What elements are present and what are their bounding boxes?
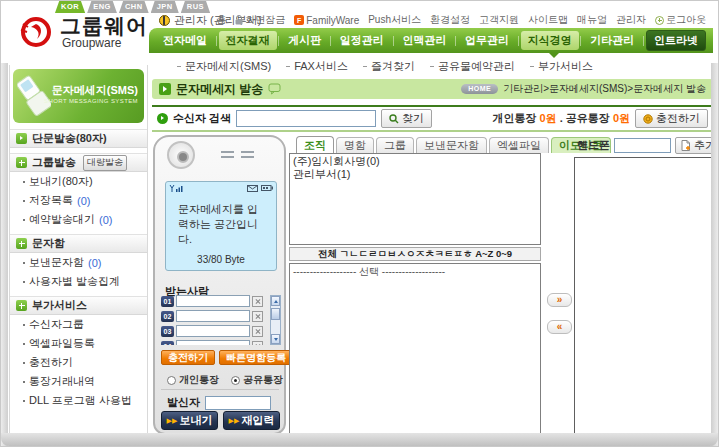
link-familyware[interactable]: F FamilyWare <box>294 15 359 26</box>
move-left-button[interactable]: « <box>547 320 572 334</box>
lang-tab-kor[interactable]: KOR <box>55 1 85 13</box>
logo-title: 그룹웨어 <box>60 15 148 37</box>
sidebar-item-account-history[interactable]: 통장거래내역 <box>10 372 147 391</box>
lang-tab-rus[interactable]: RUS <box>181 1 210 13</box>
recipient-input-02[interactable] <box>176 310 250 322</box>
clear-row-icon[interactable] <box>252 296 263 307</box>
lang-tab-jpn[interactable]: JPN <box>151 1 179 13</box>
link-screen-lock[interactable]: 화면잠금 <box>235 13 285 27</box>
send-button[interactable]: ▶▶ 보내기 <box>161 411 218 430</box>
message-input-area[interactable]: 문자메세지를 입력하는 공간입니다. <box>178 202 268 247</box>
sidebar-section-extra-services[interactable]: 부가서비스 <box>10 296 147 315</box>
sidebar-item-excel-upload[interactable]: 엑셀파일등록 <box>10 334 147 353</box>
recipient-search-label: 수신자 검색 <box>173 111 231 126</box>
tab-group[interactable]: 그룹 <box>376 137 414 153</box>
sidebar-section-message-box[interactable]: 문자함 <box>10 234 147 253</box>
transfer-buttons: » « <box>547 293 572 334</box>
clear-row-icon[interactable] <box>252 326 263 337</box>
manual-phone-row: 핸드폰 추가 <box>577 137 719 154</box>
sidebar-item-send[interactable]: 보내기(80자) <box>10 172 147 191</box>
home-badge[interactable]: HOME <box>461 84 498 94</box>
nav-knowledge[interactable]: 지식경영 <box>521 31 579 50</box>
nav-email[interactable]: 전자메일 <box>156 31 214 50</box>
select-placeholder-option[interactable]: ------------------- 선택 -----------------… <box>293 265 537 279</box>
nav-separator <box>278 36 279 46</box>
move-right-button[interactable]: » <box>547 293 572 307</box>
bulk-send-button[interactable]: 대량발송 <box>83 155 127 171</box>
alphabet-filter-bar[interactable]: 전체 ㄱㄴㄷㄹㅁㅂㅅㅇㅈㅊㅋㅌㅍㅎ A~Z 0~9 <box>289 247 541 261</box>
link-manual[interactable]: 매뉴얼 <box>577 13 607 27</box>
recipient-scrollbar[interactable] <box>270 295 281 345</box>
nav-schedule[interactable]: 일정관리 <box>333 31 391 50</box>
recipient-row: 03 <box>161 325 268 337</box>
sidebar-banner-title: 문자메세지(SMS) <box>44 83 138 98</box>
radio-icon <box>167 376 176 385</box>
submenu-sms[interactable]: 문자메세지(SMS) <box>177 59 271 74</box>
submenu-fax[interactable]: FAX서비스 <box>286 59 348 74</box>
phone-screen: 문자메세지를 입력하는 공간입니다. 33/80 Byte <box>165 181 277 271</box>
link-sitemap[interactable]: 사이트맵 <box>528 13 568 27</box>
selected-recipients-list[interactable] <box>574 157 713 434</box>
recipient-input-01[interactable] <box>176 295 250 307</box>
nav-contacts[interactable]: 인맥관리 <box>395 31 453 50</box>
recipient-search-input[interactable] <box>236 110 376 127</box>
clear-row-icon[interactable] <box>252 341 263 346</box>
scroll-thumb[interactable] <box>271 308 280 320</box>
phone-charge-button[interactable]: 충전하기 <box>161 350 215 365</box>
dash-icon <box>530 66 534 67</box>
submenu-favorites[interactable]: 즐겨찾기 <box>363 59 415 74</box>
nav-board[interactable]: 게시판 <box>281 31 328 50</box>
byte-counter: 33/80 Byte <box>166 254 276 265</box>
link-home[interactable]: 홈 <box>216 13 226 27</box>
sidebar-item-sent-box[interactable]: 보낸문자함(0) <box>10 253 147 272</box>
sidebar-section-group-send[interactable]: 그룹발송 대량발송 <box>10 153 147 172</box>
dash-icon <box>363 66 367 67</box>
submenu-shared-reservation[interactable]: 공유물예약관리 <box>430 59 515 74</box>
sidebar-item-charge[interactable]: 충전하기 <box>10 353 147 372</box>
scroll-up-icon[interactable] <box>271 296 280 306</box>
page-frame-right <box>711 63 718 446</box>
recipient-input-03[interactable] <box>176 325 250 337</box>
link-logout[interactable]: 로그아웃 <box>655 13 706 27</box>
nav-intranet[interactable]: 인트라넷 <box>646 30 706 51</box>
lang-tab-chn[interactable]: CHN <box>119 1 149 13</box>
reset-button[interactable]: ▶▶ 재입력 <box>223 411 280 430</box>
clear-row-icon[interactable] <box>252 311 263 322</box>
link-support[interactable]: 고객지원 <box>479 13 519 27</box>
phone-number-input[interactable] <box>614 138 671 153</box>
nav-etc[interactable]: 기타관리 <box>583 31 641 50</box>
nav-approval[interactable]: 전자결재 <box>219 31 277 50</box>
find-button[interactable]: 찾기 <box>381 109 432 128</box>
sidebar-section-short-send[interactable]: 단문발송(80자) <box>10 129 147 148</box>
sidebar-item-saved-list[interactable]: 저장목록(0) <box>10 191 147 210</box>
org-item-admin-dept[interactable]: 관리부서(1) <box>293 168 537 181</box>
link-push-service[interactable]: Push서비스 <box>368 13 421 27</box>
logo: 그룹웨어 Groupware <box>17 14 148 50</box>
link-admin[interactable]: 관리자 <box>616 13 646 27</box>
sidebar-item-scheduled[interactable]: 예약발송대기(0) <box>10 210 147 229</box>
lang-tab-eng[interactable]: ENG <box>87 1 117 13</box>
scroll-down-icon[interactable] <box>271 334 280 344</box>
quick-card-register-button[interactable]: 빠른명함등록 <box>219 350 293 365</box>
sidebar-item-user-stats[interactable]: 사용자별 발송집계 <box>10 272 147 291</box>
sender-input[interactable] <box>205 396 271 410</box>
tab-excel-file[interactable]: 엑셀파일 <box>489 137 549 153</box>
member-select-list[interactable]: ------------------- 선택 -----------------… <box>289 263 541 434</box>
radio-personal-account[interactable]: 개인통장 <box>167 373 219 387</box>
link-settings[interactable]: 환경설정 <box>430 13 470 27</box>
dash-icon <box>177 66 181 67</box>
submenu-extra-services[interactable]: 부가서비스 <box>530 59 593 74</box>
sidebar-item-recipient-group[interactable]: 수신자그룹 <box>10 315 147 334</box>
tab-business-card[interactable]: 명함 <box>336 137 374 153</box>
nav-work[interactable]: 업무관리 <box>458 31 516 50</box>
charge-button[interactable]: 충전하기 <box>635 109 708 128</box>
sidebar-item-dll-guide[interactable]: DLL 프로그램 사용법 <box>10 391 147 410</box>
org-item-company[interactable]: (주)임시회사명(0) <box>293 155 537 168</box>
radio-shared-account[interactable]: 공유통장 <box>231 373 283 387</box>
familyware-icon: F <box>294 15 304 25</box>
divider <box>161 389 279 390</box>
tab-organization[interactable]: 조직 <box>296 136 334 153</box>
recipient-input-04[interactable] <box>176 340 250 345</box>
tab-sent-box[interactable]: 보낸문자함 <box>416 137 487 153</box>
page-frame-left <box>1 63 8 446</box>
